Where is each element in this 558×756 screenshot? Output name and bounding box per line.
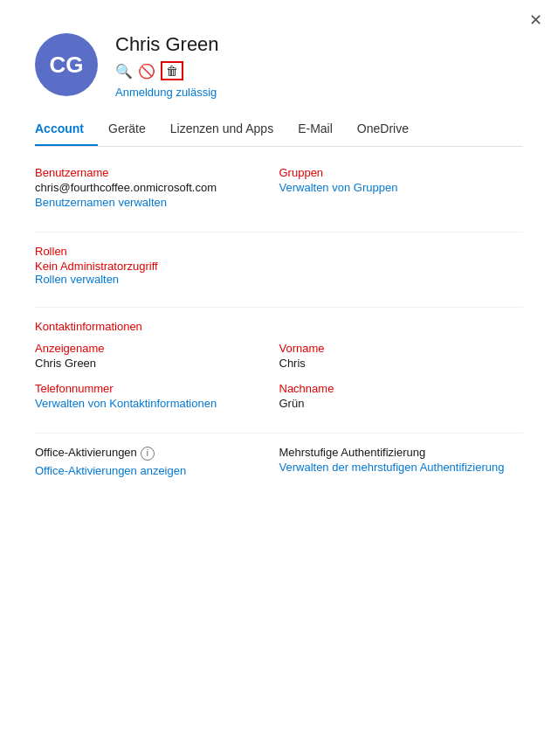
office-label: Office-Aktivierungen: [35, 446, 137, 459]
gruppen-manage-link[interactable]: Verwalten von Gruppen: [279, 181, 524, 194]
office-link[interactable]: Office-Aktivierungen anzeigen: [35, 464, 279, 477]
search-icon[interactable]: 🔍: [115, 63, 133, 80]
avatar: CG: [35, 33, 98, 96]
tabs-bar: Account Geräte Lizenzen und Apps E-Mail …: [35, 114, 523, 147]
contact-phone-row: Telefonnummer Verwalten von Kontaktinfor…: [35, 382, 523, 412]
contact-section: Kontaktinformationen Anzeigename Chris G…: [35, 320, 523, 412]
tab-account[interactable]: Account: [35, 114, 98, 146]
office-mfa-section: Office-Aktivierungen i Office-Aktivierun…: [35, 446, 523, 479]
profile-actions: 🔍 🚫 🗑: [115, 61, 219, 80]
block-icon[interactable]: 🚫: [138, 63, 155, 80]
office-col: Office-Aktivierungen i Office-Aktivierun…: [35, 446, 279, 479]
separator-1: [35, 232, 523, 232]
close-button[interactable]: ✕: [529, 12, 542, 28]
login-status: Anmeldung zulässig: [115, 86, 219, 99]
tab-lizenzen[interactable]: Lizenzen und Apps: [167, 114, 287, 146]
profile-name: Chris Green: [115, 33, 219, 56]
delete-icon[interactable]: 🗑: [161, 61, 183, 80]
anzeigename-value: Chris Green: [35, 357, 279, 370]
vorname-value: Chris: [279, 357, 524, 370]
nachname-col: Nachname Grün: [279, 382, 524, 412]
contact-name-row: Anzeigename Chris Green Vorname Chris: [35, 342, 523, 371]
username-section: Benutzername chris@fourthcoffee.onmicros…: [35, 166, 523, 211]
gruppen-col: Gruppen Verwalten von Gruppen: [279, 166, 524, 211]
contact-title: Kontaktinformationen: [35, 320, 523, 333]
separator-2: [35, 307, 523, 308]
mfa-link[interactable]: Verwalten der mehrstufigen Authentifizie…: [279, 461, 524, 474]
info-icon[interactable]: i: [141, 447, 155, 461]
username-col: Benutzername chris@fourthcoffee.onmicros…: [35, 166, 279, 211]
office-mfa-row: Office-Aktivierungen i Office-Aktivierun…: [35, 446, 523, 479]
mfa-col: Mehrstufige Authentifizierung Verwalten …: [279, 446, 524, 479]
vorname-col: Vorname Chris: [279, 342, 524, 371]
tab-email[interactable]: E-Mail: [294, 114, 347, 146]
mfa-label: Mehrstufige Authentifizierung: [279, 446, 524, 459]
account-content: Benutzername chris@fourthcoffee.onmicros…: [35, 166, 523, 479]
gruppen-label: Gruppen: [279, 166, 524, 179]
vorname-label: Vorname: [279, 342, 524, 355]
rollen-label: Rollen: [35, 245, 523, 258]
main-dialog: ✕ CG Chris Green 🔍 🚫 🗑 Anmeldung zulässi…: [0, 0, 558, 756]
profile-section: CG Chris Green 🔍 🚫 🗑 Anmeldung zulässig: [35, 33, 523, 99]
anzeigename-col: Anzeigename Chris Green: [35, 342, 279, 371]
rollen-value: Kein Administratorzugriff: [35, 260, 523, 273]
rollen-section: Rollen Kein Administratorzugriff Rollen …: [35, 245, 523, 286]
tab-geraete[interactable]: Geräte: [105, 114, 160, 146]
profile-info: Chris Green 🔍 🚫 🗑 Anmeldung zulässig: [115, 33, 219, 99]
kontakt-manage-link[interactable]: Verwalten von Kontaktinformationen: [35, 397, 279, 410]
username-value: chris@fourthcoffee.onmicrosoft.com: [35, 181, 279, 194]
username-label: Benutzername: [35, 166, 279, 179]
rollen-manage-link[interactable]: Rollen verwalten: [35, 273, 523, 286]
tab-onedrive[interactable]: OneDrive: [354, 114, 423, 146]
username-gruppen-row: Benutzername chris@fourthcoffee.onmicros…: [35, 166, 523, 211]
anzeigename-label: Anzeigename: [35, 342, 279, 355]
username-manage-link[interactable]: Benutzernamen verwalten: [35, 196, 279, 209]
nachname-label: Nachname: [279, 382, 524, 395]
telefon-col: Telefonnummer Verwalten von Kontaktinfor…: [35, 382, 279, 412]
nachname-value: Grün: [279, 397, 524, 410]
separator-3: [35, 433, 523, 433]
telefon-label: Telefonnummer: [35, 382, 279, 395]
